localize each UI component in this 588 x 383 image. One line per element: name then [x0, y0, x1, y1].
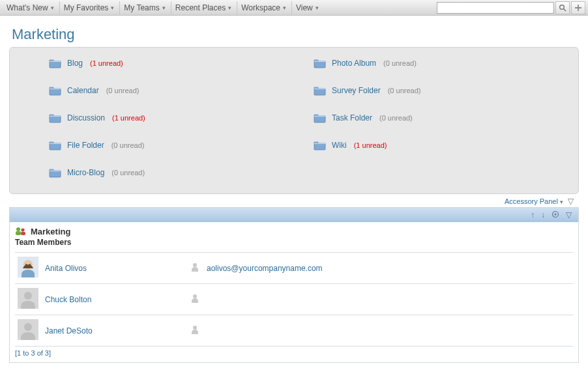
- svg-rect-3: [314, 61, 325, 62]
- avatar: [18, 319, 38, 340]
- add-button[interactable]: [571, 1, 585, 14]
- folder-item[interactable]: File Folder(0 unread): [49, 140, 301, 150]
- table-row: Chuck Bolton: [15, 284, 573, 315]
- folder-item[interactable]: Discussion(1 unread): [49, 113, 301, 123]
- search-button[interactable]: [555, 1, 570, 14]
- svg-point-21: [193, 263, 197, 267]
- svg-rect-7: [314, 116, 325, 117]
- svg-rect-6: [50, 116, 61, 117]
- nav-item[interactable]: Recent Places▾: [171, 1, 237, 14]
- folder-item[interactable]: Survey Folder(0 unread): [314, 85, 565, 96]
- unread-count: (0 unread): [111, 141, 145, 149]
- folder-link[interactable]: Discussion: [67, 113, 105, 122]
- member-name[interactable]: Anita Olivos: [45, 264, 87, 273]
- unread-count: (0 unread): [379, 114, 413, 122]
- folder-link[interactable]: Calendar: [67, 86, 99, 95]
- folder-icon: [314, 113, 327, 123]
- folder-item[interactable]: Wiki(1 unread): [314, 140, 565, 150]
- move-up-button[interactable]: ↑: [531, 210, 535, 220]
- folder-link[interactable]: Survey Folder: [332, 86, 381, 95]
- folder-link[interactable]: Task Folder: [332, 113, 372, 122]
- avatar: [18, 288, 38, 309]
- accessory-panel-toggle[interactable]: Accessory Panel ▾ ▽: [9, 194, 579, 207]
- unread-count: (0 unread): [388, 87, 421, 94]
- nav-item[interactable]: What's New▾: [3, 1, 60, 14]
- folder-item[interactable]: Photo Album(0 unread): [314, 58, 565, 68]
- presence-icon: [191, 294, 199, 305]
- folder-item[interactable]: Micro-Blog(0 unread): [49, 167, 301, 178]
- svg-point-15: [21, 228, 24, 231]
- folder-item[interactable]: Task Folder(0 unread): [314, 113, 565, 123]
- search-icon: [559, 4, 566, 12]
- folder-link[interactable]: Micro-Blog: [67, 168, 104, 177]
- table-row: Janet DeSoto: [15, 315, 573, 347]
- svg-point-23: [24, 292, 32, 300]
- top-nav: What's New▾My Favorites▾My Teams▾Recent …: [0, 0, 588, 16]
- unread-count: (0 unread): [106, 87, 140, 94]
- folder-item[interactable]: Calendar(0 unread): [49, 85, 301, 96]
- team-icon: [15, 226, 27, 236]
- svg-point-0: [560, 5, 565, 9]
- panel-toolbar: ↑ ↓ ▽: [10, 208, 578, 222]
- svg-line-1: [564, 9, 566, 11]
- avatar: [18, 257, 38, 277]
- folder-icon: [49, 113, 62, 123]
- svg-point-19: [25, 264, 27, 265]
- folder-icon: [49, 167, 62, 178]
- nav-item[interactable]: View▾: [292, 1, 324, 14]
- svg-rect-4: [50, 89, 61, 89]
- member-name[interactable]: Chuck Bolton: [45, 295, 91, 304]
- folder-link[interactable]: Photo Album: [332, 59, 376, 68]
- plus-icon: [574, 4, 582, 12]
- chevron-down-icon: ▾: [162, 5, 166, 11]
- folder-link[interactable]: File Folder: [67, 141, 104, 150]
- collapse-icon: ▽: [568, 197, 574, 206]
- svg-rect-2: [50, 61, 61, 62]
- search-input[interactable]: [437, 2, 554, 14]
- team-panel: ↑ ↓ ▽ Marketing Team Members Anita Olivo…: [9, 207, 579, 363]
- unread-count: (1 unread): [112, 114, 145, 122]
- team-subtitle: Team Members: [15, 238, 573, 247]
- chevron-down-icon: ▾: [111, 5, 114, 11]
- page-content: Marketing Blog(1 unread)Photo Album(0 un…: [0, 16, 588, 373]
- folder-item[interactable]: Blog(1 unread): [49, 58, 301, 68]
- nav-item[interactable]: My Teams▾: [120, 1, 171, 14]
- table-row: Anita Olivosaolivos@yourcompanyname.com: [15, 253, 573, 284]
- member-name[interactable]: Janet DeSoto: [45, 326, 93, 335]
- chevron-down-icon: ▾: [51, 5, 54, 11]
- svg-point-13: [16, 227, 20, 231]
- svg-point-12: [555, 213, 557, 215]
- settings-button[interactable]: [551, 210, 559, 220]
- members-table: Anita Olivosaolivos@yourcompanyname.comC…: [15, 252, 573, 347]
- unread-count: (1 unread): [354, 141, 387, 149]
- gear-icon: [551, 210, 559, 218]
- unread-count: (0 unread): [383, 59, 417, 67]
- move-down-button[interactable]: ↓: [541, 210, 545, 220]
- chevron-down-icon: ▾: [228, 5, 231, 11]
- member-email[interactable]: aolivos@yourcompanyname.com: [207, 264, 323, 273]
- folder-icon: [314, 85, 327, 96]
- folder-link[interactable]: Blog: [67, 59, 83, 68]
- panel-collapse-button[interactable]: ▽: [566, 210, 572, 220]
- presence-icon: [191, 263, 199, 274]
- folder-icon: [49, 58, 62, 68]
- folder-icon: [314, 58, 327, 68]
- svg-point-27: [193, 326, 197, 330]
- unread-count: (1 unread): [90, 59, 123, 67]
- chevron-down-icon: ▾: [283, 5, 286, 11]
- folder-icon: [314, 140, 327, 150]
- pager-text: [1 to 3 of 3]: [15, 349, 573, 357]
- svg-rect-14: [16, 231, 21, 235]
- svg-point-20: [29, 264, 31, 265]
- folder-link[interactable]: Wiki: [332, 141, 347, 150]
- nav-item[interactable]: Workspace▾: [237, 1, 292, 14]
- svg-point-24: [193, 294, 197, 298]
- nav-item[interactable]: My Favorites▾: [60, 1, 121, 14]
- chevron-down-icon: ▾: [316, 5, 319, 11]
- folder-icon: [49, 140, 62, 150]
- presence-icon: [191, 326, 199, 336]
- svg-rect-8: [50, 143, 61, 144]
- chevron-down-icon: ▾: [560, 199, 563, 205]
- team-header: Marketing: [15, 226, 573, 236]
- folder-panel: Blog(1 unread)Photo Album(0 unread)Calen…: [9, 47, 579, 194]
